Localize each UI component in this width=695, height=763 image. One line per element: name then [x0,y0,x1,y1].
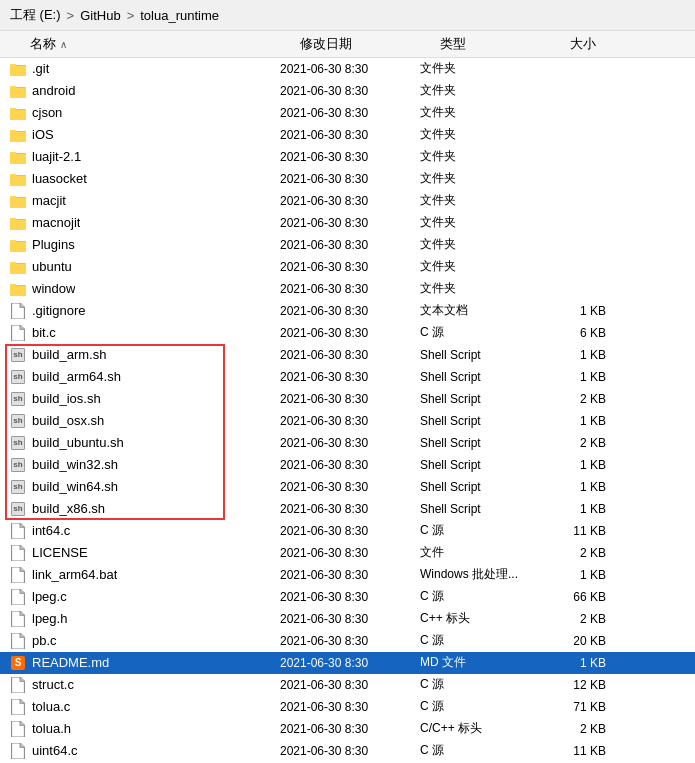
cell-name-android: android [10,83,280,99]
cell-date-pb_c: 2021-06-30 8:30 [280,634,420,648]
cell-type-bit_c: C 源 [420,324,550,341]
cell-type-ubuntu: 文件夹 [420,258,550,275]
cell-type-link_arm64: Windows 批处理... [420,566,550,583]
file-row-build_arm[interactable]: sh build_arm.sh 2021-06-30 8:30 Shell Sc… [0,344,695,366]
cell-date-build_x86: 2021-06-30 8:30 [280,502,420,516]
cell-size-int64_c: 11 KB [550,524,610,538]
file-icon [10,303,26,319]
file-row-ubuntu[interactable]: ubuntu 2021-06-30 8:30 文件夹 [0,256,695,278]
file-row-tolua_c[interactable]: tolua.c 2021-06-30 8:30 C 源 71 KB [0,696,695,718]
file-name-build_ubuntu: build_ubuntu.sh [32,435,124,450]
cell-size-license: 2 KB [550,546,610,560]
cell-type-struct_c: C 源 [420,676,550,693]
file-name-build_win64: build_win64.sh [32,479,118,494]
shell-icon: sh [10,369,26,385]
shell-icon: sh [10,435,26,451]
cell-date-lpeg_h: 2021-06-30 8:30 [280,612,420,626]
cell-type-gitignore: 文本文档 [420,302,550,319]
breadcrumb-folder2[interactable]: tolua_runtime [140,8,219,23]
cell-type-build_win64: Shell Script [420,480,550,494]
file-name-plugins: Plugins [32,237,75,252]
cell-date-build_arm: 2021-06-30 8:30 [280,348,420,362]
folder-icon [10,61,26,77]
breadcrumb-sep2: > [127,8,135,23]
file-row-build_x86[interactable]: sh build_x86.sh 2021-06-30 8:30 Shell Sc… [0,498,695,520]
file-row-build_win32[interactable]: sh build_win32.sh 2021-06-30 8:30 Shell … [0,454,695,476]
breadcrumb: 工程 (E:) > GitHub > tolua_runtime [0,0,695,31]
cell-type-macjit: 文件夹 [420,192,550,209]
cell-type-build_arm64: Shell Script [420,370,550,384]
cell-type-plugins: 文件夹 [420,236,550,253]
svg-rect-7 [10,88,26,98]
file-icon [10,325,26,341]
col-header-name[interactable]: 名称 ∧ [30,35,300,53]
file-row-macnojit[interactable]: macnojit 2021-06-30 8:30 文件夹 [0,212,695,234]
file-row-plugins[interactable]: Plugins 2021-06-30 8:30 文件夹 [0,234,695,256]
cell-size-gitignore: 1 KB [550,304,610,318]
cell-name-build_arm: sh build_arm.sh [10,347,280,363]
cell-type-build_win32: Shell Script [420,458,550,472]
file-row-struct_c[interactable]: struct.c 2021-06-30 8:30 C 源 12 KB [0,674,695,696]
cell-type-cjson: 文件夹 [420,104,550,121]
cell-date-link_arm64: 2021-06-30 8:30 [280,568,420,582]
cell-date-cjson: 2021-06-30 8:30 [280,106,420,120]
cell-name-readme: S README.md [10,655,280,671]
file-row-cjson[interactable]: cjson 2021-06-30 8:30 文件夹 [0,102,695,124]
file-row-build_osx[interactable]: sh build_osx.sh 2021-06-30 8:30 Shell Sc… [0,410,695,432]
cell-date-tolua_h: 2021-06-30 8:30 [280,722,420,736]
file-row-readme[interactable]: S README.md 2021-06-30 8:30 MD 文件 1 KB [0,652,695,674]
file-name-build_x86: build_x86.sh [32,501,105,516]
file-icon [10,611,26,627]
cell-name-build_osx: sh build_osx.sh [10,413,280,429]
file-row-license[interactable]: LICENSE 2021-06-30 8:30 文件 2 KB [0,542,695,564]
cell-date-build_win64: 2021-06-30 8:30 [280,480,420,494]
cell-date-android: 2021-06-30 8:30 [280,84,420,98]
cell-size-uint64_c: 11 KB [550,744,610,758]
cell-size-build_ubuntu: 2 KB [550,436,610,450]
file-row-link_arm64[interactable]: link_arm64.bat 2021-06-30 8:30 Windows 批… [0,564,695,586]
cell-name-macnojit: macnojit [10,215,280,231]
file-list: .git 2021-06-30 8:30 文件夹 android 2021-06… [0,58,695,762]
cell-date-int64_c: 2021-06-30 8:30 [280,524,420,538]
cell-name-window: window [10,281,280,297]
file-row-pb_c[interactable]: pb.c 2021-06-30 8:30 C 源 20 KB [0,630,695,652]
file-name-lpeg_h: lpeg.h [32,611,67,626]
cell-date-git: 2021-06-30 8:30 [280,62,420,76]
file-row-build_arm64[interactable]: sh build_arm64.sh 2021-06-30 8:30 Shell … [0,366,695,388]
file-row-android[interactable]: android 2021-06-30 8:30 文件夹 [0,80,695,102]
cell-type-luasocket: 文件夹 [420,170,550,187]
cell-name-build_ios: sh build_ios.sh [10,391,280,407]
cell-name-build_x86: sh build_x86.sh [10,501,280,517]
file-row-uint64_c[interactable]: uint64.c 2021-06-30 8:30 C 源 11 KB [0,740,695,762]
file-row-bit_c[interactable]: bit.c 2021-06-30 8:30 C 源 6 KB [0,322,695,344]
breadcrumb-drive[interactable]: 工程 (E:) [10,6,61,24]
file-row-build_win64[interactable]: sh build_win64.sh 2021-06-30 8:30 Shell … [0,476,695,498]
cell-date-lpeg_c: 2021-06-30 8:30 [280,590,420,604]
col-header-date[interactable]: 修改日期 [300,35,440,53]
file-row-lpeg_h[interactable]: lpeg.h 2021-06-30 8:30 C++ 标头 2 KB [0,608,695,630]
file-row-window[interactable]: window 2021-06-30 8:30 文件夹 [0,278,695,300]
col-header-type[interactable]: 类型 [440,35,570,53]
cell-date-luajit: 2021-06-30 8:30 [280,150,420,164]
file-name-uint64_c: uint64.c [32,743,78,758]
file-row-lpeg_c[interactable]: lpeg.c 2021-06-30 8:30 C 源 66 KB [0,586,695,608]
file-row-ios[interactable]: iOS 2021-06-30 8:30 文件夹 [0,124,695,146]
file-row-tolua_h[interactable]: tolua.h 2021-06-30 8:30 C/C++ 标头 2 KB [0,718,695,740]
col-header-size[interactable]: 大小 [570,35,630,53]
cell-date-window: 2021-06-30 8:30 [280,282,420,296]
file-row-build_ubuntu[interactable]: sh build_ubuntu.sh 2021-06-30 8:30 Shell… [0,432,695,454]
cell-size-build_arm: 1 KB [550,348,610,362]
file-row-macjit[interactable]: macjit 2021-06-30 8:30 文件夹 [0,190,695,212]
folder-icon [10,193,26,209]
cell-size-readme: 1 KB [550,656,610,670]
file-row-gitignore[interactable]: .gitignore 2021-06-30 8:30 文本文档 1 KB [0,300,695,322]
file-row-luajit[interactable]: luajit-2.1 2021-06-30 8:30 文件夹 [0,146,695,168]
cell-name-plugins: Plugins [10,237,280,253]
file-row-build_ios[interactable]: sh build_ios.sh 2021-06-30 8:30 Shell Sc… [0,388,695,410]
cell-name-build_ubuntu: sh build_ubuntu.sh [10,435,280,451]
file-row-git[interactable]: .git 2021-06-30 8:30 文件夹 [0,58,695,80]
svg-rect-23 [10,176,26,186]
file-row-luasocket[interactable]: luasocket 2021-06-30 8:30 文件夹 [0,168,695,190]
file-row-int64_c[interactable]: int64.c 2021-06-30 8:30 C 源 11 KB [0,520,695,542]
breadcrumb-folder1[interactable]: GitHub [80,8,120,23]
